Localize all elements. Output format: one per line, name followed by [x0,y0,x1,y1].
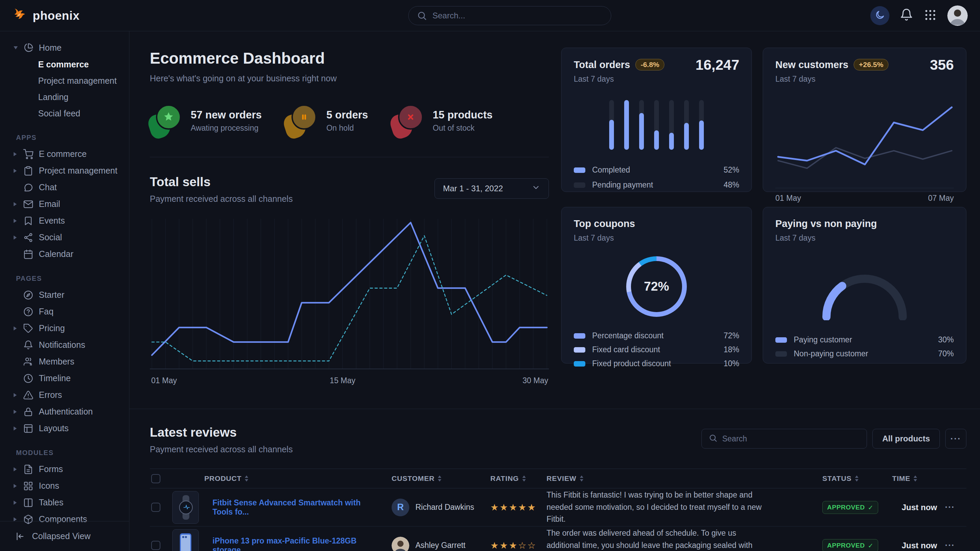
share-icon [23,232,39,243]
x-status-icon [392,105,423,137]
sidebar-item-members[interactable]: Members [0,353,129,370]
chat-icon [23,183,33,193]
bar-track [654,100,659,150]
product-link[interactable]: Fitbit Sense Advanced Smartwatch with To… [204,498,391,517]
user-avatar[interactable] [947,5,968,26]
page-title: Ecommerce Dashboard [150,49,549,67]
reviews-search[interactable] [702,429,867,449]
rating-stars: ★★★☆☆ [490,540,537,551]
new-customers-card: New customers +26.5% Last 7 days 356 01 … [763,48,966,192]
sidebar-item-label: Errors [39,390,62,400]
column-header-review[interactable]: REVIEW [547,475,822,483]
total-sells-x-axis: 01 May 15 May 30 May [150,376,549,391]
warning-icon [23,390,39,400]
nine-dots-grid-icon [923,8,937,23]
review-text: The order was delivered ahead of schedul… [547,527,822,551]
sidebar-item-social[interactable]: Social [0,229,129,246]
sidebar-item-landing[interactable]: Landing [0,89,129,105]
product-thumbnail [172,529,199,551]
trend-badge: -6.8% [635,59,664,70]
clipboard-icon [23,166,33,176]
table-row: Fitbit Sense Advanced Smartwatch with To… [150,488,966,527]
sidebar-item-label: Project management [38,76,117,86]
column-header-customer[interactable]: CUSTOMER [391,475,490,483]
card-period: Last 7 days [775,75,954,84]
row-checkbox[interactable] [151,503,161,512]
theme-toggle-button[interactable] [870,6,889,25]
sidebar-item-label: Email [39,199,60,209]
coupons-legend: Percentage discount72%Fixed card discoun… [574,331,739,368]
legend-swatch [574,183,585,188]
column-header-status[interactable]: STATUS [822,475,892,483]
reviews-more-button[interactable]: ··· [945,429,966,449]
sidebar-item-e-commerce[interactable]: E commerce [0,146,129,162]
bell-icon [23,340,33,350]
row-actions-button[interactable]: ··· [945,502,955,512]
column-header-time[interactable]: TIME [892,475,945,483]
select-all-checkbox[interactable] [151,474,161,483]
global-search-input[interactable] [433,11,603,21]
bar-track [609,100,614,150]
moon-icon [875,10,885,21]
sidebar-item-home[interactable]: Home [0,40,129,56]
reviews-search-input[interactable] [722,434,860,443]
global-search[interactable] [408,6,611,25]
clock-icon [23,373,39,384]
sidebar-item-faq[interactable]: Faq [0,303,129,320]
bar-completed [669,133,674,150]
help-icon [23,306,39,317]
sidebar-item-label: Home [39,43,62,53]
sidebar-item-email[interactable]: Email [0,196,129,212]
column-header-product[interactable]: PRODUCT [204,475,391,483]
sidebar-item-chat[interactable]: Chat [0,179,129,196]
card-title: Paying vs non paying [775,218,877,229]
phoenix-logo[interactable]: phoenix [12,7,80,24]
row-actions-button[interactable]: ··· [945,540,955,550]
sidebar-item-authentication[interactable]: Authentication [0,403,129,420]
lock-icon [23,407,33,417]
sidebar-item-forms[interactable]: Forms [0,461,129,478]
sort-icon [580,475,583,481]
sidebar-item-icons[interactable]: Icons [0,478,129,494]
sidebar-item-errors[interactable]: Errors [0,387,129,403]
sidebar-item-e-commerce[interactable]: E commerce [0,56,129,73]
tag-icon [23,323,33,333]
stat-red: 15 productsOut of stock [392,105,493,137]
sort-icon [438,475,441,481]
sidebar-item-starter[interactable]: Starter [0,287,129,303]
legend-swatch [574,347,585,353]
sidebar-item-timeline[interactable]: Timeline [0,370,129,387]
search-icon [417,11,427,21]
notifications-button[interactable] [900,8,913,23]
all-products-button[interactable]: All products [872,429,940,449]
sidebar-item-tables[interactable]: Tables [0,494,129,511]
date-range-select[interactable]: Mar 1 - 31, 2022 [434,178,549,199]
legend-item: Completed52% [574,165,739,175]
sidebar-item-label: Authentication [39,407,92,416]
sidebar-item-project-management[interactable]: Project management [0,162,129,179]
product-link[interactable]: iPhone 13 pro max-Pacific Blue-128GB sto… [204,537,391,551]
apps-grid-button[interactable] [923,8,937,23]
collapse-sidebar-button[interactable]: Collapsed View [0,521,129,551]
sidebar-item-layouts[interactable]: Layouts [0,420,129,437]
sidebar-item-label: Landing [38,92,68,102]
pause-status-icon [285,105,317,137]
sidebar-item-notifications[interactable]: Notifications [0,337,129,353]
sort-icon [913,475,917,481]
page-subtitle: Here's what's going on at your business … [150,73,549,83]
sidebar-item-events[interactable]: Events [0,212,129,229]
column-header-rating[interactable]: RATING [490,475,547,483]
chevron-down-icon [531,183,540,194]
sidebar-item-pricing[interactable]: Pricing [0,320,129,337]
topbar-actions [870,5,968,26]
sidebar-item-project-management[interactable]: Project management [0,73,129,89]
total-sells-subtitle: Payment received across all channels [150,194,293,204]
sidebar-item-social-feed[interactable]: Social feed [0,105,129,122]
card-title: Top coupons [574,218,635,229]
sidebar-item-calendar[interactable]: Calendar [0,246,129,262]
rating-stars: ★★★★★ [490,502,537,513]
sidebar-item-label: Social [39,232,62,242]
row-checkbox[interactable] [151,541,161,550]
bell-icon [900,8,913,23]
x-axis-label: 30 May [523,376,548,385]
